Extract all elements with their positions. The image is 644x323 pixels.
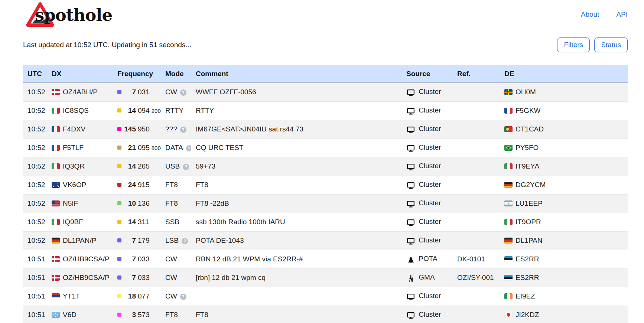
- freq-khz: 573: [138, 311, 150, 319]
- mode-label: FT8: [165, 311, 178, 319]
- source-label: Cluster: [419, 236, 441, 244]
- source-label: Cluster: [419, 199, 441, 207]
- spot-comment: WWFF OZFF-0056: [196, 88, 256, 96]
- de-country-flag: [504, 256, 513, 262]
- band-color-dot: [117, 127, 121, 131]
- monitor-icon: [406, 163, 415, 171]
- monitor-icon: [406, 293, 415, 301]
- site-header: spothole About API: [0, 0, 644, 29]
- spot-comment: FT8: [196, 181, 208, 189]
- spot-time: 10:52: [27, 88, 45, 96]
- band-color-dot: [117, 238, 121, 242]
- last-updated-text: Last updated at 10:52 UTC. Updating in 5…: [23, 41, 191, 49]
- column-header-source: Source: [402, 65, 453, 83]
- dx-country-flag: [52, 163, 60, 169]
- spot-comment: ssb 130th Radio 100th IARU: [196, 218, 285, 226]
- freq-khz: 915: [138, 181, 150, 189]
- spot-comment: 59+73: [196, 162, 215, 170]
- brand-logo[interactable]: spothole: [23, 1, 112, 27]
- spot-comment: FT8 -22dB: [196, 199, 229, 207]
- freq-khz: 094: [138, 107, 150, 114]
- brand-name: spothole: [35, 6, 112, 23]
- table-row[interactable]: 10:52 F4DXV 145950 ??? IM67GE<SAT>JN04IU…: [23, 120, 628, 138]
- dx-country-flag: [52, 256, 60, 262]
- de-country-flag: [504, 182, 513, 188]
- status-button[interactable]: Status: [594, 37, 628, 52]
- de-country-flag: [504, 219, 513, 225]
- dx-country-flag: [52, 312, 60, 318]
- source-label: GMA: [419, 273, 435, 281]
- spot-time: 10:52: [27, 162, 45, 170]
- freq-khz: 136: [138, 199, 150, 207]
- spot-comment: RTTY: [196, 107, 214, 114]
- de-callsign: ES2RR: [515, 274, 539, 281]
- source-label: Cluster: [419, 310, 441, 318]
- mode-help-icon[interactable]: [180, 294, 186, 300]
- table-row[interactable]: 10:52 IQ9BF 14311 SSB ssb 130th Radio 10…: [23, 213, 628, 231]
- band-color-dot: [117, 164, 121, 168]
- freq-mhz: 18: [123, 292, 136, 300]
- de-country-flag: [504, 89, 513, 95]
- table-row[interactable]: 10:52 N5IF 10136 FT8 FT8 -22dB Cluster L…: [23, 194, 628, 213]
- freq-khz: 950: [138, 125, 150, 133]
- source-label: Cluster: [419, 88, 441, 95]
- table-row[interactable]: 10:51 YT1T 18077 CW Cluster EI9EZ: [23, 287, 628, 306]
- dx-country-flag: [52, 182, 60, 188]
- spot-time: 10:52: [27, 125, 45, 133]
- mode-help-icon[interactable]: [183, 164, 189, 170]
- de-country-flag: [504, 108, 513, 114]
- spot-comment: POTA DE-1043: [196, 236, 244, 244]
- table-row[interactable]: 10:51 OZ/HB9CSA/P 7033 CW RBN 12 dB 21 W…: [23, 250, 628, 268]
- mode-help-icon[interactable]: [180, 89, 186, 96]
- column-header-dx: DX: [47, 65, 113, 83]
- table-header-row: UTC DX Frequency Mode Comment Source Ref…: [23, 65, 628, 83]
- source-label: Cluster: [419, 218, 441, 225]
- spot-comment: RBN 12 dB 21 WPM via ES2RR-#: [196, 255, 303, 263]
- table-row[interactable]: 10:51 V6D 3573 FT8 FT8 Cluster JI2KDZ: [23, 306, 628, 323]
- monitor-icon: [406, 311, 415, 319]
- source-label: Cluster: [419, 106, 441, 114]
- de-country-flag: [504, 293, 513, 299]
- spot-time: 10:51: [27, 274, 45, 281]
- dx-callsign: YT1T: [63, 292, 80, 300]
- mode-label: FT8: [165, 199, 178, 207]
- monitor-icon: [406, 88, 415, 97]
- table-row[interactable]: 10:52 IC8SQS 14094200 RTTY RTTY Cluster …: [23, 101, 628, 120]
- de-country-flag: [504, 238, 513, 244]
- mode-label: DATA: [165, 144, 183, 151]
- table-row[interactable]: 10:51 OZ/HB9CSA/P 7033 CW [rbn] 12 db 21…: [23, 268, 628, 287]
- source-label: POTA: [419, 255, 437, 262]
- dx-country-flag: [52, 219, 60, 225]
- de-callsign: DG2YCM: [515, 181, 546, 189]
- mode-help-icon[interactable]: [186, 145, 191, 151]
- top-nav: About API: [581, 10, 628, 19]
- band-color-dot: [117, 90, 121, 94]
- monitor-icon: [406, 200, 415, 208]
- de-callsign: ES2RR: [515, 255, 539, 263]
- monitor-icon: [406, 125, 415, 134]
- spot-comment: CQ URC TEST: [196, 144, 243, 151]
- spot-time: 10:52: [27, 107, 45, 114]
- de-country-flag: [504, 126, 513, 132]
- dx-country-flag: [52, 108, 60, 114]
- filters-button[interactable]: Filters: [557, 37, 590, 52]
- dx-country-flag: [52, 126, 60, 132]
- mode-help-icon[interactable]: [182, 238, 188, 244]
- table-row[interactable]: 10:52 IQ3QR 14265 USB 59+73 Cluster IT9E…: [23, 157, 628, 176]
- spots-table: UTC DX Frequency Mode Comment Source Ref…: [23, 65, 628, 323]
- column-header-comment: Comment: [191, 65, 402, 83]
- monitor-icon: [406, 237, 415, 245]
- nav-link-api[interactable]: API: [616, 10, 628, 19]
- band-color-dot: [117, 108, 121, 112]
- de-country-flag: [504, 163, 513, 169]
- freq-mhz: 7: [123, 255, 136, 263]
- band-color-dot: [117, 220, 121, 224]
- mode-help-icon[interactable]: [180, 127, 186, 133]
- table-row[interactable]: 10:52 DL1PAN/P 7179 LSB POTA DE-1043 Clu…: [23, 231, 628, 250]
- nav-link-about[interactable]: About: [581, 10, 599, 19]
- table-row[interactable]: 10:52 OZ4ABH/P 7031 CW WWFF OZFF-0056 Cl…: [23, 83, 628, 101]
- table-row[interactable]: 10:52 F5TLF 21095800 DATA CQ URC TEST Cl…: [23, 138, 628, 157]
- monitor-icon: [406, 218, 415, 226]
- tree-icon: [406, 255, 415, 264]
- table-row[interactable]: 10:52 VK6OP 24915 FT8 FT8 Cluster DG2YCM: [23, 176, 628, 194]
